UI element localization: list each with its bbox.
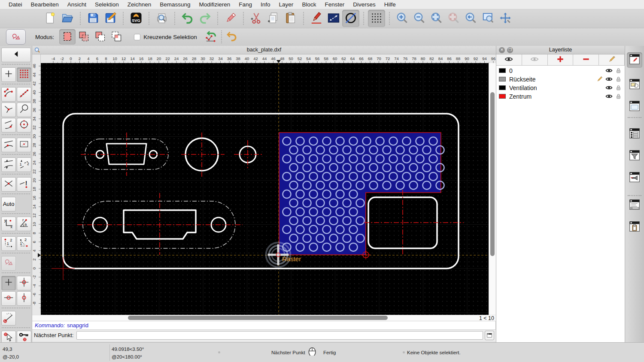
back-arrow-button[interactable] [1, 48, 31, 62]
menu-item-bemassung[interactable]: Bemassung [155, 0, 194, 9]
snap-tangent-button[interactable] [1, 118, 16, 133]
rel-polar-button[interactable]: 12 [17, 236, 31, 251]
float-panel-icon[interactable]: ❐ [507, 47, 513, 53]
layer-lock-icon[interactable] [615, 93, 622, 100]
menu-item-block[interactable]: Block [298, 0, 320, 9]
menu-item-layer[interactable]: Layer [275, 0, 298, 9]
clipboard-panel-toggle[interactable] [627, 220, 642, 235]
layer-visibility-icon[interactable] [605, 93, 613, 100]
lock-relative-zero-button[interactable] [17, 331, 31, 342]
layer-row[interactable]: Ventilation [496, 84, 625, 92]
command-input[interactable] [76, 331, 483, 340]
menu-item-datei[interactable]: Datei [4, 0, 27, 9]
print-preview-button[interactable] [153, 10, 170, 27]
delete-eraser-button[interactable] [222, 10, 239, 27]
zoom-pan-button[interactable] [497, 10, 514, 27]
undo-button[interactable] [179, 10, 196, 27]
set-relative-zero-button[interactable] [1, 331, 16, 342]
snap-intersection-manual-button[interactable]: ! [17, 177, 31, 192]
menu-item-fenster[interactable]: Fenster [320, 0, 349, 9]
restore-selection-button[interactable] [203, 29, 219, 45]
snap-intersection-button[interactable] [1, 177, 16, 192]
menu-item-ansicht[interactable]: Ansicht [63, 0, 91, 9]
snap-perpendicular-button[interactable] [1, 103, 16, 117]
layer-color-swatch[interactable] [499, 68, 506, 73]
layer-visibility-icon[interactable] [605, 67, 613, 74]
vertical-scrollbar-thumb[interactable] [490, 92, 495, 256]
layer-row[interactable]: 0 [496, 66, 625, 75]
paste-button[interactable] [282, 10, 299, 27]
snap-nearest-button[interactable] [1, 138, 16, 152]
horizontal-scrollbar[interactable]: 1 < 10 [32, 315, 496, 321]
show-all-eye-button[interactable] [496, 54, 522, 65]
edit-layer-button[interactable] [599, 54, 625, 65]
horizontal-scrollbar-track[interactable] [40, 315, 474, 320]
save-as-button[interactable] [102, 10, 119, 27]
copy-button[interactable] [265, 10, 282, 27]
crossing-selection-checkbox[interactable]: Kreuzende Selektion [134, 34, 197, 40]
snap-entity-button[interactable] [17, 103, 31, 117]
zoom-selection-button[interactable] [445, 10, 462, 27]
mode-intersect-button[interactable] [108, 29, 125, 45]
coord-cartesian-button[interactable]: yx [1, 217, 16, 231]
command-window-button[interactable] [485, 331, 494, 340]
selection-visibility-button[interactable] [1, 256, 16, 271]
property-editor-panel-toggle[interactable] [627, 52, 642, 68]
menu-item-hilfe[interactable]: Hilfe [380, 0, 400, 9]
snap-center-button[interactable] [17, 118, 31, 133]
export-svg-button[interactable]: SVG [128, 10, 145, 27]
new-file-button[interactable] [42, 10, 59, 27]
zoom-window-button[interactable] [480, 10, 497, 27]
snap-reference-button[interactable] [17, 138, 31, 152]
layer-color-swatch[interactable] [499, 85, 506, 90]
cut-button[interactable] [248, 10, 265, 27]
mode-add-button[interactable] [76, 29, 92, 45]
mode-remove-button[interactable] [92, 29, 108, 45]
draw-pencil-button[interactable] [308, 10, 325, 27]
layer-color-swatch[interactable] [499, 94, 506, 99]
crosshair-horizontal-button[interactable] [1, 291, 16, 306]
menu-item-zeichnen[interactable]: Zeichnen [123, 0, 156, 9]
close-icon[interactable]: ✕ [499, 47, 505, 53]
menu-item-fang[interactable]: Fang [234, 0, 256, 9]
pen-settings-panel-toggle[interactable] [627, 170, 642, 186]
layer-lock-icon[interactable] [615, 67, 622, 74]
zero-plus-button[interactable] [1, 276, 16, 290]
save-button[interactable] [85, 10, 102, 27]
menu-item-info[interactable]: Info [256, 0, 275, 9]
mode-replace-button[interactable] [59, 29, 76, 45]
command-line-panel-toggle[interactable] [627, 198, 642, 213]
selection-tool-button[interactable] [6, 29, 26, 45]
layer-row[interactable]: Zentrum [496, 92, 625, 101]
checkbox-box[interactable] [134, 34, 140, 40]
zoom-out-button[interactable] [411, 10, 428, 27]
menu-item-bearbeiten[interactable]: Bearbeiten [27, 0, 63, 9]
layer-lock-icon[interactable] [615, 84, 622, 91]
snap-endpoints-button[interactable] [1, 87, 16, 102]
grid-toggle-button[interactable] [368, 10, 385, 27]
circle-modify-button[interactable] [342, 10, 359, 27]
selection-filter-panel-toggle[interactable] [627, 148, 642, 164]
dimension-rect-button[interactable] [325, 10, 342, 27]
block-list-panel-toggle[interactable] [627, 77, 642, 93]
snap-free-button[interactable] [1, 67, 16, 82]
layer-lock-icon[interactable] [615, 75, 622, 83]
zoom-in-button[interactable] [394, 10, 411, 27]
remove-layer-button[interactable] [573, 54, 599, 65]
restrict-12-button[interactable]: 12 [17, 157, 31, 172]
menu-item-selektion[interactable]: Selektion [91, 0, 123, 9]
open-file-button[interactable] [59, 10, 76, 27]
crosshair-vertical-button[interactable] [17, 291, 31, 306]
vertical-scrollbar[interactable] [489, 63, 496, 315]
list-view-panel-toggle[interactable] [627, 127, 642, 142]
coord-polar-button[interactable]: ra [17, 217, 31, 231]
snap-on-entity-button[interactable] [17, 87, 31, 102]
zoom-previous-button[interactable] [462, 10, 480, 27]
zoom-auto-button[interactable] [428, 10, 445, 27]
layer-visibility-icon[interactable] [605, 75, 613, 83]
layer-visibility-icon[interactable] [605, 84, 613, 91]
redo-button[interactable] [196, 10, 213, 27]
crosshair-full-button[interactable] [17, 276, 31, 290]
drawing-canvas[interactable]: Raster [41, 63, 489, 315]
layer-color-swatch[interactable] [499, 77, 506, 81]
